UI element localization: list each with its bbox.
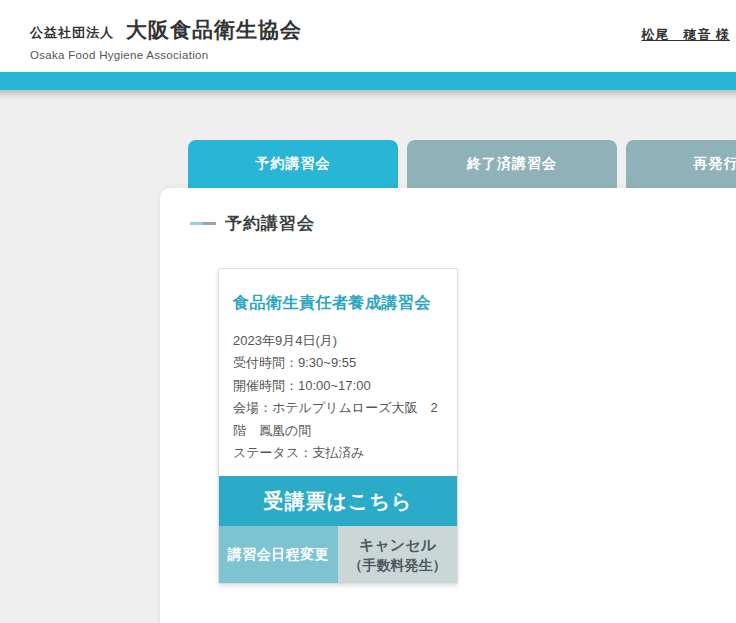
cancel-button[interactable]: キャンセル （手数料発生） xyxy=(338,526,457,583)
user-name-link[interactable]: 松尾 穂音 様 xyxy=(641,26,730,44)
heading-dash-icon xyxy=(190,222,216,225)
payment-status: ステータス：支払済み xyxy=(233,442,443,464)
seminar-details: 2023年9月4日(月) 受付時間：9:30~9:55 開催時間：10:00~1… xyxy=(233,330,443,464)
venue: 会場：ホテルプリムローズ大阪 2階 鳳凰の間 xyxy=(233,397,443,442)
reception-time: 受付時間：9:30~9:55 xyxy=(233,352,443,374)
seminar-title: 食品衛生責任者養成講習会 xyxy=(233,291,443,315)
tab-reserved-seminars[interactable]: 予約講習会 xyxy=(188,140,398,188)
page-heading: 予約講習会 xyxy=(190,212,736,235)
org-name-english: Osaka Food Hygiene Association xyxy=(30,49,302,61)
accent-bar xyxy=(0,72,736,90)
card-actions: 講習会日程変更 キャンセル （手数料発生） xyxy=(219,526,457,583)
tab-bar: 予約講習会 終了済講習会 再発行依頼 xyxy=(188,140,736,188)
seminar-card: 食品衛生責任者養成講習会 2023年9月4日(月) 受付時間：9:30~9:55… xyxy=(218,268,458,584)
org-logo: 公益社団法人 大阪食品衛生協会 Osaka Food Hygiene Assoc… xyxy=(0,0,302,61)
cancel-button-label: キャンセル xyxy=(359,534,436,555)
event-time: 開催時間：10:00~17:00 xyxy=(233,375,443,397)
content-panel: 予約講習会 食品衛生責任者養成講習会 2023年9月4日(月) 受付時間：9:3… xyxy=(160,188,736,623)
reschedule-button[interactable]: 講習会日程変更 xyxy=(219,526,338,583)
main-area: 予約講習会 終了済講習会 再発行依頼 予約講習会 食品衛生責任者養成講習会 20… xyxy=(0,90,736,623)
cancel-button-sublabel: （手数料発生） xyxy=(349,555,447,576)
tab-completed-seminars[interactable]: 終了済講習会 xyxy=(407,140,617,188)
org-type-label: 公益社団法人 xyxy=(30,24,114,42)
seminar-date: 2023年9月4日(月) xyxy=(233,330,443,352)
org-name-label: 大阪食品衛生協会 xyxy=(126,16,302,44)
seminar-card-body: 食品衛生責任者養成講習会 2023年9月4日(月) 受付時間：9:30~9:55… xyxy=(219,269,457,476)
ticket-button[interactable]: 受講票はこちら xyxy=(219,476,457,526)
page-title: 予約講習会 xyxy=(225,212,315,235)
tab-reissue-request[interactable]: 再発行依頼 xyxy=(626,140,736,188)
site-header: 公益社団法人 大阪食品衛生協会 Osaka Food Hygiene Assoc… xyxy=(0,0,736,72)
